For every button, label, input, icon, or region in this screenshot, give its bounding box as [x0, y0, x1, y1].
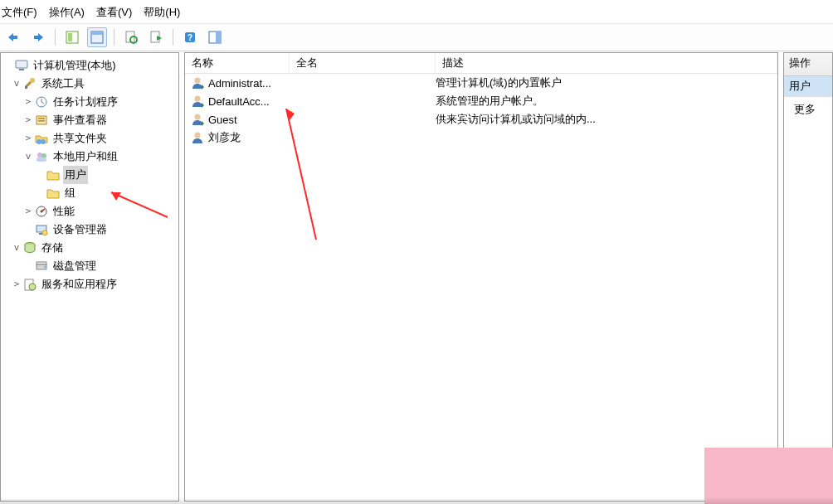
svg-rect-3: [34, 36, 39, 39]
tree-label: 任务计划程序: [51, 93, 119, 111]
svg-rect-36: [37, 262, 46, 264]
refresh-icon[interactable]: [121, 27, 141, 47]
menu-file[interactable]: 文件(F): [2, 5, 37, 20]
svg-rect-22: [38, 118, 45, 119]
nav-back-icon[interactable]: [3, 27, 23, 47]
expand-icon[interactable]: v: [11, 239, 22, 257]
computer-icon: [14, 58, 29, 73]
list-row[interactable]: 刘彦龙: [185, 128, 777, 147]
tree-label: 系统工具: [40, 75, 86, 93]
tree-local-users-groups[interactable]: v 本地用户和组: [1, 148, 178, 166]
tree-label: 磁盘管理: [51, 257, 98, 275]
svg-point-25: [41, 139, 46, 144]
export-list-icon[interactable]: [146, 27, 166, 47]
expand-icon[interactable]: >: [11, 275, 22, 293]
tree-event-viewer[interactable]: > 事件查看器: [1, 111, 178, 129]
svg-rect-1: [12, 36, 17, 39]
folder-icon: [46, 186, 61, 201]
svg-point-30: [41, 211, 43, 213]
tree-label-selected: 用户: [63, 166, 88, 184]
expand-icon[interactable]: >: [22, 129, 34, 148]
tree-performance[interactable]: > 性能: [1, 202, 178, 220]
svg-rect-7: [91, 32, 103, 35]
svg-rect-16: [16, 61, 27, 68]
actions-selected[interactable]: 用户: [784, 76, 832, 97]
tree-label: 计算机管理(本地): [32, 56, 118, 75]
col-name[interactable]: 名称: [185, 53, 290, 73]
list-row[interactable]: Guest 供来宾访问计算机或访问域的内...: [185, 110, 777, 128]
tree-groups[interactable]: 组: [1, 184, 178, 202]
svg-rect-23: [38, 120, 45, 122]
cell-name: 刘彦龙: [208, 130, 290, 145]
menu-help[interactable]: 帮助(H): [144, 5, 180, 20]
menu-action[interactable]: 操作(A): [49, 5, 85, 20]
tree-device-manager[interactable]: > 设备管理器: [1, 220, 178, 239]
action-pane-toggle-icon[interactable]: [205, 27, 225, 47]
overlay-pink-block: [704, 448, 833, 504]
list-body: Administrat... 管理计算机(域)的内置帐户 DefaultAcc.…: [185, 74, 777, 501]
storage-icon: [22, 240, 37, 255]
list-row[interactable]: DefaultAcc... 系统管理的用户帐户。: [185, 92, 777, 110]
toolbar-separator: [55, 29, 56, 46]
svg-point-39: [29, 284, 36, 290]
tree-root[interactable]: ▪ 计算机管理(本地): [1, 56, 178, 75]
disk-mgmt-icon: [34, 259, 49, 274]
list-header: 名称 全名 描述: [185, 53, 777, 74]
toolbar: ?: [0, 23, 833, 51]
details-pane-icon[interactable]: [87, 27, 107, 47]
tree-storage[interactable]: v 存储: [1, 239, 178, 257]
expand-icon[interactable]: >: [22, 202, 34, 220]
toolbar-separator: [114, 29, 114, 46]
tree-task-scheduler[interactable]: > 任务计划程序: [1, 93, 178, 111]
col-fullname[interactable]: 全名: [290, 53, 436, 73]
svg-rect-5: [68, 33, 72, 41]
tree-label: 存储: [40, 239, 65, 257]
svg-point-26: [37, 153, 42, 158]
nav-fwd-icon[interactable]: [28, 27, 48, 47]
list-row[interactable]: Administrat... 管理计算机(域)的内置帐户: [185, 74, 777, 92]
user-icon: [190, 130, 205, 145]
cell-desc: 系统管理的用户帐户。: [436, 94, 777, 109]
svg-rect-28: [37, 158, 46, 162]
toolbar-separator: [173, 29, 173, 46]
expand-icon[interactable]: >: [22, 93, 34, 111]
computer-management-window: 文件(F) 操作(A) 查看(V) 帮助(H) ?: [0, 0, 833, 504]
folder-icon: [46, 167, 61, 182]
svg-rect-15: [216, 32, 221, 43]
svg-text:?: ?: [188, 33, 192, 42]
menu-view[interactable]: 查看(V): [96, 5, 132, 20]
shared-folder-icon: [34, 131, 49, 146]
svg-point-42: [195, 96, 201, 102]
svg-marker-41: [202, 85, 204, 90]
tree-users[interactable]: 用户: [1, 166, 178, 184]
tree-label: 服务和应用程序: [40, 275, 119, 293]
menu-bar: 文件(F) 操作(A) 查看(V) 帮助(H): [0, 0, 833, 23]
svg-point-44: [195, 114, 201, 120]
actions-more[interactable]: 更多: [784, 97, 832, 117]
expand-icon[interactable]: v: [22, 148, 34, 166]
col-description[interactable]: 描述: [436, 53, 777, 73]
cell-name: Administrat...: [208, 77, 290, 90]
tree-shared-folders[interactable]: > 共享文件夹: [1, 129, 178, 148]
svg-marker-45: [202, 121, 204, 126]
svg-point-40: [195, 78, 201, 84]
services-icon: [22, 277, 37, 292]
tree-services-apps[interactable]: > 服务和应用程序: [1, 275, 178, 293]
help-icon[interactable]: ?: [180, 27, 200, 47]
show-hide-tree-icon[interactable]: [62, 27, 82, 47]
actions-header: 操作: [784, 53, 832, 76]
svg-point-46: [195, 133, 201, 138]
body-area: ▪ 计算机管理(本地) v 系统工具 >: [0, 51, 833, 502]
user-icon: [190, 75, 205, 90]
user-icon: [190, 112, 205, 127]
tree-system-tools[interactable]: v 系统工具: [1, 75, 178, 93]
expand-icon[interactable]: v: [11, 75, 22, 93]
tree-disk-mgmt[interactable]: > 磁盘管理: [1, 257, 178, 275]
svg-point-37: [44, 266, 46, 268]
cell-name: Guest: [208, 114, 290, 126]
tree-label: 性能: [51, 202, 76, 220]
svg-point-18: [30, 78, 35, 83]
user-icon: [190, 94, 205, 109]
svg-rect-17: [19, 69, 24, 70]
expand-icon[interactable]: >: [22, 111, 34, 129]
